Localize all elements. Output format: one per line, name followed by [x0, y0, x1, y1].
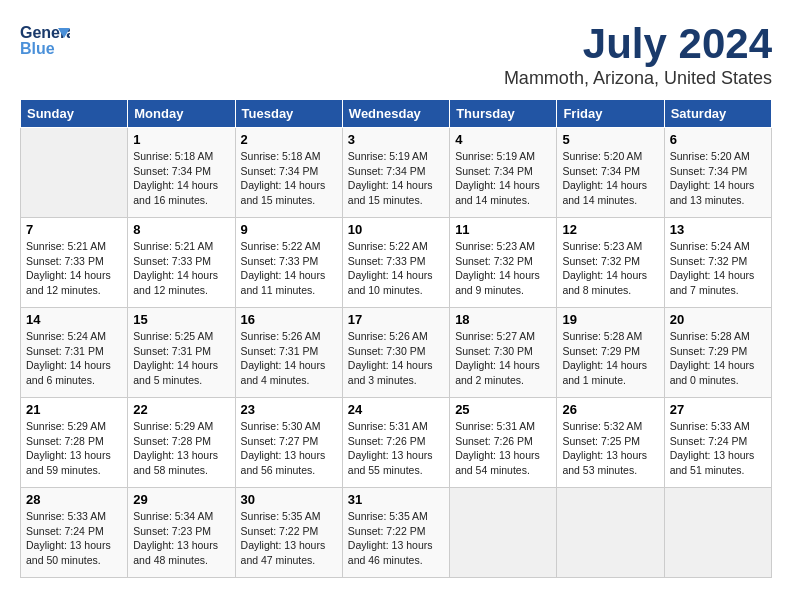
subtitle: Mammoth, Arizona, United States: [504, 68, 772, 89]
calendar-cell: 16Sunrise: 5:26 AM Sunset: 7:31 PM Dayli…: [235, 308, 342, 398]
cell-content: Sunrise: 5:35 AM Sunset: 7:22 PM Dayligh…: [348, 509, 444, 568]
day-number: 10: [348, 222, 444, 237]
svg-text:Blue: Blue: [20, 40, 55, 57]
weekday-header: Wednesday: [342, 100, 449, 128]
day-number: 28: [26, 492, 122, 507]
calendar-cell: [450, 488, 557, 578]
calendar-cell: 24Sunrise: 5:31 AM Sunset: 7:26 PM Dayli…: [342, 398, 449, 488]
day-number: 7: [26, 222, 122, 237]
calendar-cell: 17Sunrise: 5:26 AM Sunset: 7:30 PM Dayli…: [342, 308, 449, 398]
cell-content: Sunrise: 5:35 AM Sunset: 7:22 PM Dayligh…: [241, 509, 337, 568]
calendar-cell: 3Sunrise: 5:19 AM Sunset: 7:34 PM Daylig…: [342, 128, 449, 218]
cell-content: Sunrise: 5:21 AM Sunset: 7:33 PM Dayligh…: [26, 239, 122, 298]
calendar-cell: 12Sunrise: 5:23 AM Sunset: 7:32 PM Dayli…: [557, 218, 664, 308]
cell-content: Sunrise: 5:19 AM Sunset: 7:34 PM Dayligh…: [348, 149, 444, 208]
day-number: 22: [133, 402, 229, 417]
calendar-cell: 26Sunrise: 5:32 AM Sunset: 7:25 PM Dayli…: [557, 398, 664, 488]
cell-content: Sunrise: 5:26 AM Sunset: 7:30 PM Dayligh…: [348, 329, 444, 388]
cell-content: Sunrise: 5:19 AM Sunset: 7:34 PM Dayligh…: [455, 149, 551, 208]
calendar-cell: 23Sunrise: 5:30 AM Sunset: 7:27 PM Dayli…: [235, 398, 342, 488]
calendar-cell: 25Sunrise: 5:31 AM Sunset: 7:26 PM Dayli…: [450, 398, 557, 488]
calendar-week-row: 7Sunrise: 5:21 AM Sunset: 7:33 PM Daylig…: [21, 218, 772, 308]
calendar-week-row: 1Sunrise: 5:18 AM Sunset: 7:34 PM Daylig…: [21, 128, 772, 218]
calendar-week-row: 28Sunrise: 5:33 AM Sunset: 7:24 PM Dayli…: [21, 488, 772, 578]
calendar-week-row: 14Sunrise: 5:24 AM Sunset: 7:31 PM Dayli…: [21, 308, 772, 398]
calendar-cell: [557, 488, 664, 578]
calendar-cell: 11Sunrise: 5:23 AM Sunset: 7:32 PM Dayli…: [450, 218, 557, 308]
calendar-cell: 18Sunrise: 5:27 AM Sunset: 7:30 PM Dayli…: [450, 308, 557, 398]
header-row: SundayMondayTuesdayWednesdayThursdayFrid…: [21, 100, 772, 128]
cell-content: Sunrise: 5:32 AM Sunset: 7:25 PM Dayligh…: [562, 419, 658, 478]
day-number: 20: [670, 312, 766, 327]
calendar-week-row: 21Sunrise: 5:29 AM Sunset: 7:28 PM Dayli…: [21, 398, 772, 488]
cell-content: Sunrise: 5:31 AM Sunset: 7:26 PM Dayligh…: [455, 419, 551, 478]
cell-content: Sunrise: 5:24 AM Sunset: 7:32 PM Dayligh…: [670, 239, 766, 298]
day-number: 14: [26, 312, 122, 327]
calendar-body: 1Sunrise: 5:18 AM Sunset: 7:34 PM Daylig…: [21, 128, 772, 578]
day-number: 8: [133, 222, 229, 237]
calendar-cell: 20Sunrise: 5:28 AM Sunset: 7:29 PM Dayli…: [664, 308, 771, 398]
day-number: 5: [562, 132, 658, 147]
weekday-header: Tuesday: [235, 100, 342, 128]
main-title: July 2024: [504, 20, 772, 68]
cell-content: Sunrise: 5:18 AM Sunset: 7:34 PM Dayligh…: [133, 149, 229, 208]
cell-content: Sunrise: 5:30 AM Sunset: 7:27 PM Dayligh…: [241, 419, 337, 478]
day-number: 9: [241, 222, 337, 237]
cell-content: Sunrise: 5:21 AM Sunset: 7:33 PM Dayligh…: [133, 239, 229, 298]
calendar-cell: 15Sunrise: 5:25 AM Sunset: 7:31 PM Dayli…: [128, 308, 235, 398]
day-number: 25: [455, 402, 551, 417]
day-number: 19: [562, 312, 658, 327]
calendar-cell: 29Sunrise: 5:34 AM Sunset: 7:23 PM Dayli…: [128, 488, 235, 578]
calendar-cell: 22Sunrise: 5:29 AM Sunset: 7:28 PM Dayli…: [128, 398, 235, 488]
weekday-header: Sunday: [21, 100, 128, 128]
calendar-table: SundayMondayTuesdayWednesdayThursdayFrid…: [20, 99, 772, 578]
calendar-cell: 28Sunrise: 5:33 AM Sunset: 7:24 PM Dayli…: [21, 488, 128, 578]
calendar-cell: 14Sunrise: 5:24 AM Sunset: 7:31 PM Dayli…: [21, 308, 128, 398]
calendar-cell: [664, 488, 771, 578]
calendar-header: SundayMondayTuesdayWednesdayThursdayFrid…: [21, 100, 772, 128]
calendar-cell: 5Sunrise: 5:20 AM Sunset: 7:34 PM Daylig…: [557, 128, 664, 218]
calendar-cell: 9Sunrise: 5:22 AM Sunset: 7:33 PM Daylig…: [235, 218, 342, 308]
cell-content: Sunrise: 5:20 AM Sunset: 7:34 PM Dayligh…: [562, 149, 658, 208]
calendar-cell: 6Sunrise: 5:20 AM Sunset: 7:34 PM Daylig…: [664, 128, 771, 218]
cell-content: Sunrise: 5:22 AM Sunset: 7:33 PM Dayligh…: [348, 239, 444, 298]
cell-content: Sunrise: 5:31 AM Sunset: 7:26 PM Dayligh…: [348, 419, 444, 478]
calendar-cell: 27Sunrise: 5:33 AM Sunset: 7:24 PM Dayli…: [664, 398, 771, 488]
cell-content: Sunrise: 5:25 AM Sunset: 7:31 PM Dayligh…: [133, 329, 229, 388]
cell-content: Sunrise: 5:27 AM Sunset: 7:30 PM Dayligh…: [455, 329, 551, 388]
calendar-cell: 4Sunrise: 5:19 AM Sunset: 7:34 PM Daylig…: [450, 128, 557, 218]
day-number: 21: [26, 402, 122, 417]
day-number: 31: [348, 492, 444, 507]
cell-content: Sunrise: 5:23 AM Sunset: 7:32 PM Dayligh…: [562, 239, 658, 298]
day-number: 2: [241, 132, 337, 147]
day-number: 15: [133, 312, 229, 327]
calendar-cell: [21, 128, 128, 218]
cell-content: Sunrise: 5:23 AM Sunset: 7:32 PM Dayligh…: [455, 239, 551, 298]
day-number: 27: [670, 402, 766, 417]
calendar-cell: 8Sunrise: 5:21 AM Sunset: 7:33 PM Daylig…: [128, 218, 235, 308]
cell-content: Sunrise: 5:24 AM Sunset: 7:31 PM Dayligh…: [26, 329, 122, 388]
calendar-cell: 10Sunrise: 5:22 AM Sunset: 7:33 PM Dayli…: [342, 218, 449, 308]
day-number: 12: [562, 222, 658, 237]
day-number: 18: [455, 312, 551, 327]
day-number: 29: [133, 492, 229, 507]
weekday-header: Monday: [128, 100, 235, 128]
weekday-header: Thursday: [450, 100, 557, 128]
cell-content: Sunrise: 5:20 AM Sunset: 7:34 PM Dayligh…: [670, 149, 766, 208]
cell-content: Sunrise: 5:33 AM Sunset: 7:24 PM Dayligh…: [670, 419, 766, 478]
day-number: 24: [348, 402, 444, 417]
day-number: 6: [670, 132, 766, 147]
calendar-cell: 13Sunrise: 5:24 AM Sunset: 7:32 PM Dayli…: [664, 218, 771, 308]
logo: General Blue: [20, 20, 74, 60]
cell-content: Sunrise: 5:22 AM Sunset: 7:33 PM Dayligh…: [241, 239, 337, 298]
day-number: 17: [348, 312, 444, 327]
cell-content: Sunrise: 5:29 AM Sunset: 7:28 PM Dayligh…: [26, 419, 122, 478]
weekday-header: Friday: [557, 100, 664, 128]
day-number: 13: [670, 222, 766, 237]
cell-content: Sunrise: 5:33 AM Sunset: 7:24 PM Dayligh…: [26, 509, 122, 568]
calendar-cell: 2Sunrise: 5:18 AM Sunset: 7:34 PM Daylig…: [235, 128, 342, 218]
cell-content: Sunrise: 5:34 AM Sunset: 7:23 PM Dayligh…: [133, 509, 229, 568]
calendar-cell: 19Sunrise: 5:28 AM Sunset: 7:29 PM Dayli…: [557, 308, 664, 398]
cell-content: Sunrise: 5:28 AM Sunset: 7:29 PM Dayligh…: [670, 329, 766, 388]
day-number: 26: [562, 402, 658, 417]
